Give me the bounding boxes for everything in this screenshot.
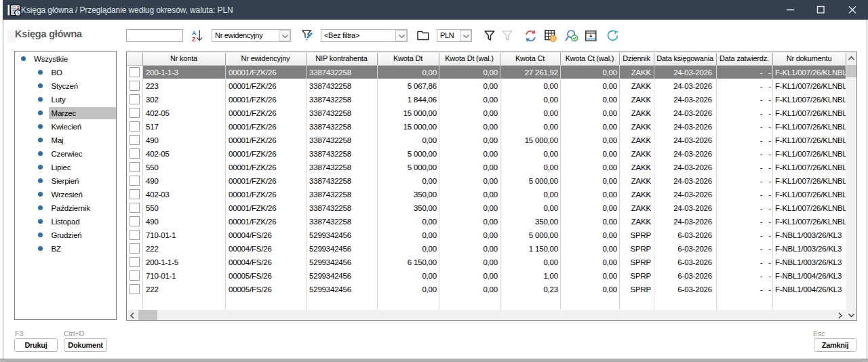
svg-text:Z: Z (192, 36, 196, 43)
